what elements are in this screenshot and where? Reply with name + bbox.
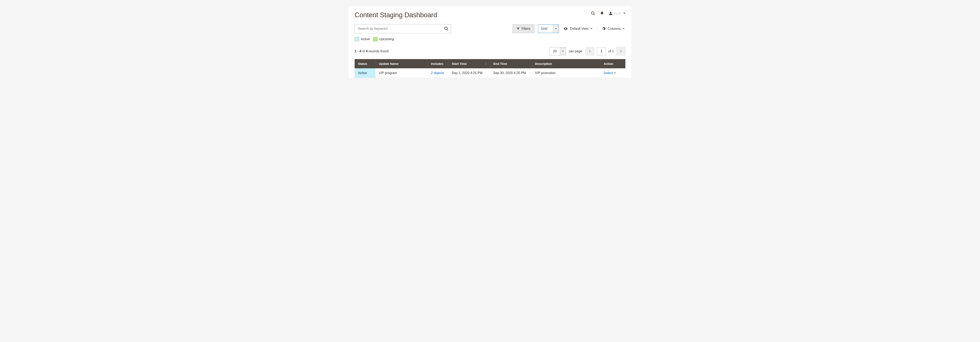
eye-icon <box>563 27 568 31</box>
columns-label: Columns <box>608 27 620 30</box>
chevron-down-icon <box>560 48 566 55</box>
top-icons <box>591 11 625 16</box>
sort-arrow-down-icon: ↓ <box>485 62 487 65</box>
bell-icon[interactable] <box>600 11 604 15</box>
user-name-placeholder <box>614 12 622 14</box>
chevron-down-icon <box>553 25 559 33</box>
col-header-start-time[interactable]: Start Time↓ <box>449 59 490 68</box>
columns-control[interactable]: Columns <box>601 27 625 31</box>
page-size-value: 20 <box>550 49 560 53</box>
legend: Active Upcoming <box>348 36 632 43</box>
search-icon <box>444 27 449 31</box>
records-total: 4 <box>366 49 368 53</box>
page-card: Content Staging Dashboard F <box>348 6 632 78</box>
swatch-upcoming <box>373 37 378 41</box>
funnel-icon <box>517 27 520 30</box>
page-input[interactable] <box>597 47 606 56</box>
col-header-update-name[interactable]: Update Name <box>375 59 428 68</box>
search-box <box>355 24 451 33</box>
next-page-button[interactable] <box>616 47 625 56</box>
cell-start-time: Sep 1, 2020 4:25 PM <box>449 68 490 78</box>
filters-label: Filters <box>522 27 531 30</box>
legend-upcoming: Upcoming <box>373 37 394 41</box>
records-text: 1 - 4 of 4 records found <box>355 49 388 53</box>
grid-header: Status Update Name Includes Start Time↓ … <box>355 59 625 68</box>
search-icon[interactable] <box>591 11 595 16</box>
toolbar: Filters Grid Default View Columns <box>348 24 632 36</box>
data-grid: Status Update Name Includes Start Time↓ … <box>355 59 625 78</box>
cell-update-name: VIP program <box>375 68 428 78</box>
cell-includes: 2 objects <box>428 68 449 78</box>
search-input[interactable] <box>355 24 451 33</box>
action-select[interactable]: Select <box>604 71 622 75</box>
of-pages: of 1 <box>608 49 614 53</box>
default-view-control[interactable]: Default View <box>563 27 593 31</box>
cell-end-time: Sep 30, 2020 4:25 PM <box>490 68 531 78</box>
page-header: Content Staging Dashboard <box>348 11 632 24</box>
svg-point-0 <box>592 12 594 14</box>
cell-description: VIP promotion <box>531 68 600 78</box>
gear-icon <box>601 27 606 31</box>
legend-active-label: Active <box>361 37 370 41</box>
prev-page-button[interactable] <box>585 47 594 56</box>
chevron-down-icon <box>614 72 616 74</box>
filters-button[interactable]: Filters <box>512 24 535 33</box>
svg-line-4 <box>447 29 448 30</box>
search-button[interactable] <box>443 25 449 32</box>
col-header-includes[interactable]: Includes <box>428 59 449 68</box>
col-header-description[interactable]: Description <box>531 59 600 68</box>
cell-status: Active <box>355 68 375 78</box>
legend-active: Active <box>355 37 370 41</box>
pager-nav: of 1 <box>585 47 625 56</box>
col-header-status[interactable]: Status <box>355 59 375 68</box>
col-header-action[interactable]: Action <box>600 59 625 68</box>
page-title: Content Staging Dashboard <box>355 11 437 19</box>
table-row[interactable]: Active VIP program 2 objects Sep 1, 2020… <box>355 68 625 78</box>
chevron-down-icon <box>623 12 625 14</box>
user-menu[interactable] <box>609 11 625 15</box>
chevron-down-icon <box>623 28 625 30</box>
pager-controls: 20 per page of 1 <box>549 47 625 56</box>
svg-point-2 <box>610 12 611 14</box>
chevron-down-icon <box>590 28 592 30</box>
default-view-label: Default View <box>570 27 589 30</box>
page-size-select[interactable]: 20 <box>549 47 566 56</box>
cell-action: Select <box>600 68 625 78</box>
svg-point-3 <box>445 27 447 30</box>
layout-select[interactable]: Grid <box>538 24 559 33</box>
swatch-active <box>355 37 359 41</box>
records-row: 1 - 4 of 4 records found 20 per page of … <box>348 43 632 59</box>
svg-line-1 <box>594 14 595 15</box>
records-range: 1 - 4 <box>355 49 361 53</box>
user-icon <box>609 11 612 15</box>
per-page-label: per page <box>569 49 582 53</box>
col-header-end-time[interactable]: End Time <box>490 59 531 68</box>
layout-select-value: Grid <box>538 27 553 30</box>
includes-link[interactable]: 2 objects <box>431 71 444 75</box>
legend-upcoming-label: Upcoming <box>379 37 394 41</box>
right-controls: Filters Grid Default View Columns <box>512 24 625 33</box>
